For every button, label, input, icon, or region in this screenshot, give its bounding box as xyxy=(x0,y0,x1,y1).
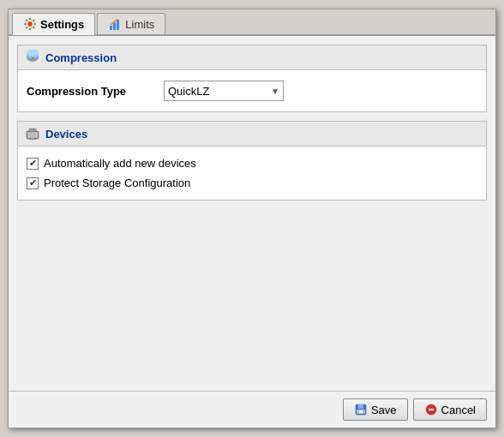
content-area: Compression Compression Type QuickLZ ▼ xyxy=(9,36,495,391)
cancel-button[interactable]: Cancel xyxy=(413,398,487,421)
compression-type-row: Compression Type QuickLZ ▼ xyxy=(27,77,477,105)
compression-section: Compression Compression Type QuickLZ ▼ xyxy=(17,45,487,112)
settings-tab-label: Settings xyxy=(40,18,84,31)
svg-rect-13 xyxy=(31,137,34,139)
auto-add-devices-checkbox[interactable]: ✔ xyxy=(27,158,39,170)
devices-section: Devices ✔ Automatically add new devices … xyxy=(17,121,487,201)
protect-storage-row: ✔ Protect Storage Configuration xyxy=(27,173,477,193)
devices-section-title: Devices xyxy=(45,128,87,141)
svg-rect-11 xyxy=(27,132,38,138)
auto-add-devices-row: ✔ Automatically add new devices xyxy=(27,153,477,173)
tab-limits[interactable]: Limits xyxy=(97,13,165,34)
save-button[interactable]: Save xyxy=(343,398,408,421)
chevron-down-icon: ▼ xyxy=(271,87,279,96)
protect-storage-label: Protect Storage Configuration xyxy=(44,177,190,189)
compression-type-select[interactable]: QuickLZ ▼ xyxy=(164,81,284,101)
svg-rect-3 xyxy=(110,26,112,30)
compression-icon xyxy=(25,50,40,65)
save-label: Save xyxy=(371,404,397,416)
devices-section-body: ✔ Automatically add new devices ✔ Protec… xyxy=(18,147,486,200)
svg-rect-4 xyxy=(113,22,116,30)
save-icon xyxy=(354,403,368,416)
svg-rect-16 xyxy=(358,404,363,409)
devices-icon xyxy=(25,126,40,141)
tab-settings[interactable]: Settings xyxy=(12,13,95,35)
svg-rect-5 xyxy=(117,20,119,30)
footer: Save Cancel xyxy=(9,391,495,428)
compression-type-label: Compression Type xyxy=(27,85,164,98)
svg-point-2 xyxy=(28,22,32,26)
cancel-label: Cancel xyxy=(441,404,476,416)
auto-add-devices-label: Automatically add new devices xyxy=(44,157,196,170)
compression-section-header: Compression xyxy=(18,45,486,70)
compression-section-body: Compression Type QuickLZ ▼ xyxy=(18,70,486,111)
devices-section-header: Devices xyxy=(18,122,486,147)
limits-tab-label: Limits xyxy=(125,18,154,31)
svg-rect-18 xyxy=(359,410,363,413)
compression-section-title: Compression xyxy=(45,51,117,64)
svg-rect-14 xyxy=(29,139,36,140)
svg-rect-12 xyxy=(29,129,36,132)
tab-bar: Settings Limits xyxy=(9,9,495,36)
compression-type-value: QuickLZ xyxy=(168,85,266,98)
main-window: Settings Limits xyxy=(8,9,496,428)
settings-tab-icon xyxy=(23,17,37,31)
cancel-icon xyxy=(424,403,438,416)
protect-storage-checkbox[interactable]: ✔ xyxy=(27,177,39,189)
limits-tab-icon xyxy=(108,17,122,31)
